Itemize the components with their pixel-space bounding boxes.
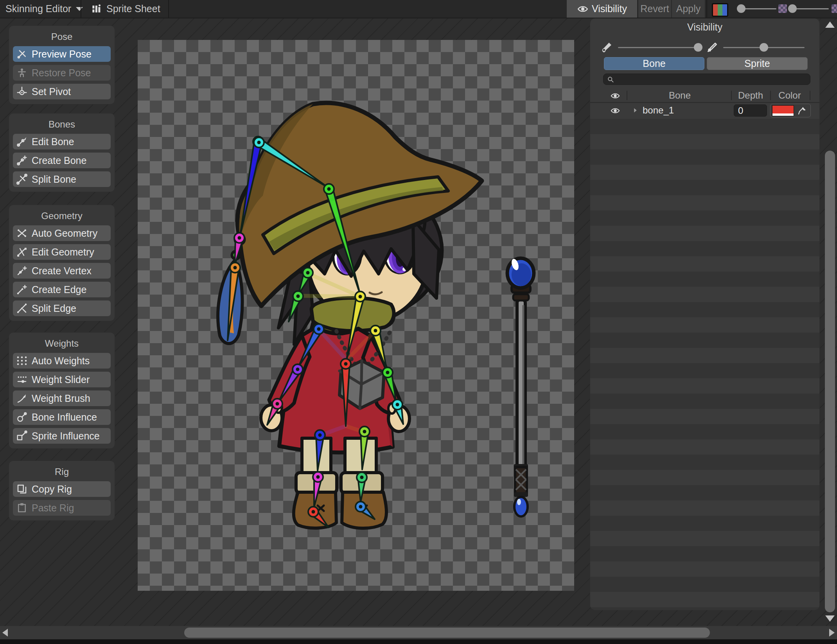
revert-label: Revert [638,0,671,18]
visibility-toggle-button[interactable]: Visibility [567,0,637,18]
visibility-panel: Visibility Bone Sprite Bone Depth Color … [590,18,820,610]
empty-row-stripes [590,119,819,610]
bone-color-swatch[interactable] [772,105,794,116]
apply-label: Apply [672,0,705,18]
tool-button-create-vertex[interactable]: Create Vertex [13,263,111,279]
texture-preview-icon-2 [832,4,837,13]
tool-button-paste-rig[interactable]: Paste Rig [13,500,111,516]
horizontal-scrollbar[interactable] [0,626,837,639]
tab-sprite[interactable]: Sprite [707,57,808,70]
bone-opacity-knob[interactable] [694,43,702,52]
tool-button-weight-slider[interactable]: Weight Slider [13,372,111,387]
tool-button-edit-geometry[interactable]: Edit Geometry [13,244,111,260]
bone-table-header: Bone Depth Color [590,89,819,103]
tool-button-auto-geometry[interactable]: Auto Geometry [13,225,111,241]
pose-restore-icon [16,67,28,79]
search-input[interactable] [617,74,806,85]
expand-chevron-icon[interactable] [631,106,639,115]
sprite-opacity-knob[interactable] [760,43,768,52]
tool-button-preview-pose[interactable]: Preview Pose [13,46,111,62]
scroll-right-arrow[interactable] [829,629,835,637]
copy-rig-icon [16,483,28,495]
auto-weights-icon [16,355,28,367]
tool-button-create-edge[interactable]: Create Edge [13,282,111,297]
bone-color-cell [770,104,811,117]
bone-table-row[interactable]: bone_1 0 [590,102,819,120]
bone-name: bone_1 [643,105,674,116]
window-bottom-edge [0,639,837,644]
tool-section-pose: Pose Preview Pose Restore Pose Set Pivot [9,25,115,104]
tool-button-auto-weights[interactable]: Auto Weights [13,353,111,369]
set-pivot-icon [16,86,28,97]
tool-button-weight-brush[interactable]: Weight Brush [13,390,111,406]
tool-section-bones: Bones Edit Bone Create Bone Split Bone [9,113,115,192]
brush-size-slider-1[interactable] [740,8,776,9]
visibility-label: Visibility [592,3,627,14]
sprite-sheet-icon [91,3,102,15]
toolbar-divider [706,0,707,18]
apply-button[interactable]: Apply [672,0,705,18]
sprite-scene [138,40,574,591]
pose-preview-icon [16,48,28,60]
bone-solid-icon [600,40,614,54]
bone-search-field[interactable] [603,74,810,85]
bone-outline-icon [705,40,719,54]
depth-field[interactable]: 0 [734,104,767,117]
tool-button-set-pivot[interactable]: Set Pivot [13,84,111,99]
row-visibility-eye-icon[interactable] [609,106,621,116]
weight-slider-icon [16,374,28,385]
bone-influence-icon [16,411,28,423]
toolbar-divider [168,0,169,18]
sprite-viewport[interactable] [138,40,574,591]
tool-button-create-bone[interactable]: Create Bone [13,153,111,168]
revert-button[interactable]: Revert [638,0,671,18]
eyedropper-icon[interactable] [796,105,809,116]
texture-preview-icon-1 [778,4,787,13]
sprite-sheet-label: Sprite Sheet [106,3,160,14]
brush-size-slider-2[interactable] [792,8,829,9]
section-title: Weights [9,333,115,350]
eye-icon [577,3,589,15]
section-title: Rig [9,461,115,478]
section-title: Pose [9,26,115,43]
weight-brush-icon [16,392,28,404]
caret-down-icon [76,7,83,11]
skinning-editor-label: Skinning Editor [5,3,71,14]
tab-bone[interactable]: Bone [604,57,704,70]
skinning-editor-dropdown[interactable]: Skinning Editor [5,0,83,18]
sprite-sheet-button[interactable]: Sprite Sheet [91,0,160,18]
tool-button-sprite-influence[interactable]: Sprite Influence [13,428,111,444]
scroll-down-arrow[interactable] [825,615,835,622]
split-edge-icon [16,302,28,314]
edit-bone-icon [16,136,28,148]
tool-button-edit-bone[interactable]: Edit Bone [13,134,111,149]
tool-button-restore-pose[interactable]: Restore Pose [13,65,111,81]
column-depth: Depth [738,90,763,101]
staff-sprite [507,258,534,516]
bone-opacity-slider[interactable] [618,47,700,48]
vertical-scrollbar[interactable] [823,18,837,626]
tool-section-geometry: Geometry Auto Geometry Edit Geometry Cre… [9,205,115,321]
scroll-left-arrow[interactable] [2,629,8,637]
horizontal-scroll-thumb[interactable] [184,628,710,638]
tool-button-bone-influence[interactable]: Bone Influence [13,409,111,425]
paste-rig-icon [16,502,28,514]
vertical-scroll-thumb[interactable] [825,151,835,612]
tool-button-split-edge[interactable]: Split Edge [13,300,111,316]
visibility-column-eye-icon[interactable] [609,91,621,101]
tool-button-split-bone[interactable]: Split Bone [13,171,111,187]
column-bone: Bone [669,90,691,101]
visibility-panel-title: Visibility [590,22,819,33]
color-overlay-swatch-icon[interactable] [712,3,728,17]
create-edge-icon [16,284,28,295]
tool-button-copy-rig[interactable]: Copy Rig [13,481,111,497]
tool-section-rig: Rig Copy Rig Paste Rig [9,461,115,521]
split-bone-icon [16,173,28,185]
create-vertex-icon [16,265,28,277]
sprite-influence-icon [16,430,28,442]
brush-size-slider-1-knob[interactable] [737,4,745,13]
brush-size-slider-2-knob[interactable] [788,4,797,13]
scroll-up-arrow[interactable] [825,22,835,28]
section-title: Bones [9,113,115,131]
top-toolbar: Skinning Editor Sprite Sheet Visibility … [0,0,837,18]
